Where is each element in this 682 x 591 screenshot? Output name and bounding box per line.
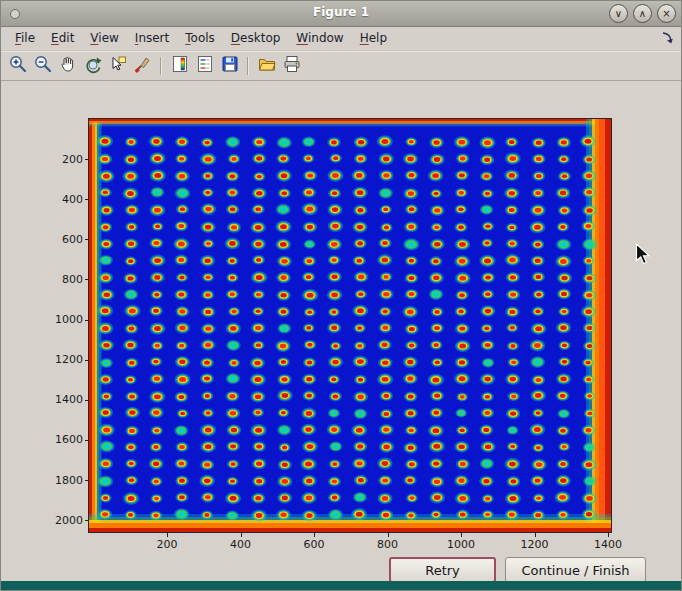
pan-hand-icon (58, 54, 78, 78)
menu-file[interactable]: File (7, 28, 43, 48)
y-axis-tick-label: 1600 (41, 433, 83, 446)
x-axis-tick-mark (314, 533, 315, 537)
figure-window: Figure 1 ∨ ∧ × FileEditViewInsertToolsDe… (0, 0, 682, 591)
close-button[interactable]: × (657, 4, 676, 23)
y-axis-tick-label: 2000 (41, 514, 83, 527)
open-folder-icon (257, 54, 277, 78)
menu-view[interactable]: View (82, 28, 126, 48)
x-axis-tick-mark (461, 533, 462, 537)
x-axis-tick-mark (608, 533, 609, 537)
save-icon (220, 54, 240, 78)
x-axis-tick-label: 800 (366, 538, 410, 551)
menu-desktop[interactable]: Desktop (223, 28, 289, 48)
x-axis-tick-label: 200 (145, 538, 189, 551)
menu-bar: FileEditViewInsertToolsDesktopWindowHelp (1, 26, 681, 50)
pan-hand-button[interactable] (56, 54, 79, 77)
menu-window[interactable]: Window (288, 28, 351, 48)
zoom-out-icon (33, 54, 53, 78)
bottom-panel (1, 581, 681, 590)
menu-insert[interactable]: Insert (127, 28, 177, 48)
insert-colorbar-icon (170, 54, 190, 78)
x-axis-tick-label: 1000 (439, 538, 483, 551)
heatmap-image[interactable] (89, 119, 611, 532)
y-axis-tick-label: 1200 (41, 353, 83, 366)
data-cursor-icon (108, 54, 128, 78)
open-folder-button[interactable] (255, 54, 278, 77)
x-axis-tick-mark (241, 533, 242, 537)
dock-figure-icon[interactable] (660, 31, 674, 45)
brush-button[interactable] (131, 54, 154, 77)
y-axis-tick-label: 800 (41, 273, 83, 286)
menu-edit[interactable]: Edit (43, 28, 82, 48)
brush-icon (133, 54, 153, 78)
x-axis-tick-label: 400 (219, 538, 263, 551)
y-axis-tick-label: 200 (41, 153, 83, 166)
continue-finish-button[interactable]: Continue / Finish (505, 557, 646, 583)
menu-tools[interactable]: Tools (177, 28, 223, 48)
zoom-in-button[interactable] (6, 54, 29, 77)
y-axis-tick-label: 1400 (41, 393, 83, 406)
toolbar-separator (247, 57, 249, 75)
retry-button[interactable]: Retry (389, 557, 496, 583)
save-button[interactable] (218, 54, 241, 77)
x-axis-tick-label: 600 (292, 538, 336, 551)
y-axis-tick-label: 400 (41, 193, 83, 206)
x-axis-tick-mark (535, 533, 536, 537)
x-axis-tick-label: 1400 (586, 538, 630, 551)
window-title: Figure 1 (1, 5, 681, 19)
x-axis-tick-mark (167, 533, 168, 537)
window-controls: ∨ ∧ × (609, 4, 676, 23)
y-axis-tick-label: 1800 (41, 474, 83, 487)
x-axis-tick-mark (388, 533, 389, 537)
titlebar[interactable]: Figure 1 ∨ ∧ × (1, 1, 681, 27)
insert-colorbar-button[interactable] (168, 54, 191, 77)
toolbar-separator (160, 57, 162, 75)
y-axis-tick-label: 600 (41, 233, 83, 246)
toolbar (1, 50, 681, 81)
shade-button[interactable]: ∨ (609, 4, 628, 23)
print-button[interactable] (280, 54, 303, 77)
data-cursor-button[interactable] (106, 54, 129, 77)
print-icon (282, 54, 302, 78)
zoom-out-button[interactable] (31, 54, 54, 77)
x-axis-tick-label: 1200 (513, 538, 557, 551)
maximize-button[interactable]: ∧ (633, 4, 652, 23)
y-axis-tick-label: 1000 (41, 313, 83, 326)
zoom-in-icon (8, 54, 28, 78)
rotate-3d-button[interactable] (81, 54, 104, 77)
rotate-3d-icon (83, 54, 103, 78)
insert-legend-icon (195, 54, 215, 78)
menu-help[interactable]: Help (352, 28, 395, 48)
insert-legend-button[interactable] (193, 54, 216, 77)
